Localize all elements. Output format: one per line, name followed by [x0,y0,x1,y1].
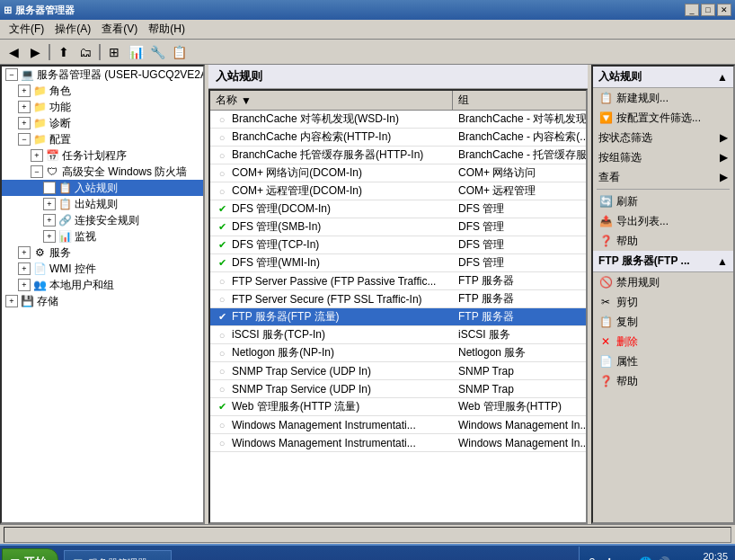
tree-expand-task[interactable]: + [31,149,43,162]
tree-item-fw[interactable]: −🛡高级安全 Windows 防火墙 [2,164,203,180]
tree-expand-monitor[interactable]: + [43,230,56,243]
tree-scroll[interactable]: −💻服务器管理器 (USER-UGCQ2VE2AO+📁角色+📁功能+📁诊断−📁配… [2,67,203,522]
tree-expand-outbound[interactable]: + [43,198,56,210]
table-row[interactable]: ○ Windows Management Instrumentati... Wi… [210,416,586,434]
tray-icon-volume[interactable]: 🔊 [657,556,671,560]
action-item-1[interactable]: 🔽按配置文件筛选... [593,108,733,128]
minimize-button[interactable]: _ [685,4,699,16]
tree-expand-roles[interactable]: + [18,84,31,97]
tree-item-wmi[interactable]: +📄WMI 控件 [2,261,203,277]
tray-icon-question[interactable]: ? [585,556,599,560]
table-row[interactable]: ✔ DFS 管理(SMB-In) DFS 管理 [210,218,586,236]
action-icon3-2: 📋 [598,315,613,329]
tree-item-root[interactable]: −💻服务器管理器 (USER-UGCQ2VE2AO [2,67,203,83]
tree-item-inbound[interactable]: +📋入站规则 [2,180,203,196]
tree-expand-connect[interactable]: + [43,214,56,227]
tree-label-config: 配置 [49,132,71,147]
toolbar-btn-5[interactable]: 📋 [169,42,189,62]
tree-expand-fw[interactable]: − [31,165,43,178]
table-row[interactable]: ○ FTP Server Passive (FTP Passive Traffi… [210,272,586,290]
table-row[interactable]: ○ BranchCache 对等机发现(WSD-In) BranchCache … [210,111,586,129]
tree-item-storage[interactable]: +💾存储 [2,293,203,309]
table-row[interactable]: ○ SNMP Trap Service (UDP In) SNMP Trap [210,380,586,398]
tree-item-task[interactable]: +📅任务计划程序 [2,147,203,164]
start-button[interactable]: ⊞ 开始 [2,548,58,560]
tree-item-localusers[interactable]: +👥本地用户和组 [2,277,203,293]
table-row[interactable]: ○ SNMP Trap Service (UDP In) SNMP Trap [210,362,586,380]
show-hide-button[interactable]: 🗂 [75,42,95,62]
action-item-2[interactable]: 按状态筛选▶ [593,128,733,147]
table-row[interactable]: ○ COM+ 远程管理(DCOM-In) COM+ 远程管理 [210,182,586,200]
main-container: −💻服务器管理器 (USER-UGCQ2VE2AO+📁角色+📁功能+📁诊断−📁配… [0,65,735,524]
table-row[interactable]: ○ COM+ 网络访问(DCOM-In) COM+ 网络访问 [210,164,586,182]
close-button[interactable]: ✕ [717,4,731,16]
tree-item-monitor[interactable]: +📊监视 [2,228,203,244]
tree-item-roles[interactable]: +📁角色 [2,83,203,99]
tree-expand-diag[interactable]: + [18,117,31,129]
action-item-0[interactable]: 📋新建规则... [593,88,733,108]
tree-expand-root[interactable]: − [5,68,18,81]
action-item2-1[interactable]: 📤导出列表... [593,211,733,231]
taskbar-item-0[interactable]: 💻服务器管理器 [64,550,172,560]
tree-expand-wmi[interactable]: + [18,262,31,275]
rule-status-icon-9: ○ [216,275,228,288]
action-item2-0[interactable]: 🔄刷新 [593,191,733,211]
cell-name-7: ✔ DFS 管理(TCP-In) [210,236,453,253]
tray-icon-network[interactable]: 🌐 [639,556,653,560]
menu-view[interactable]: 查看(V) [96,20,143,39]
action-item3-1[interactable]: ✂剪切 [593,292,733,312]
table-row[interactable]: ✔ FTP 服务器(FTP 流量) FTP 服务器 [210,308,586,326]
action-item3-5[interactable]: ❓帮助 [593,371,733,391]
cell-name-4: ○ COM+ 远程管理(DCOM-In) [210,182,453,200]
tree-item-diag[interactable]: +📁诊断 [2,115,203,131]
table-row[interactable]: ○ FTP Server Secure (FTP SSL Traffic-In)… [210,290,586,308]
table-row[interactable]: ○ Windows Management Instrumentati... Wi… [210,434,586,452]
action-item3-0[interactable]: 🚫禁用规则 [593,272,733,292]
col-header-group[interactable]: 组 [453,91,588,110]
table-row[interactable]: ✔ Web 管理服务(HTTP 流量) Web 管理服务(HTTP) [210,398,586,416]
tree-item-services[interactable]: +⚙服务 [2,244,203,261]
tree-expand-config[interactable]: − [18,133,31,146]
menu-action[interactable]: 操作(A) [49,20,96,39]
action-item3-4[interactable]: 📄属性 [593,351,733,371]
panel-header: 入站规则 [208,65,588,89]
action-item3-3[interactable]: ✕删除 [593,332,733,351]
table-row[interactable]: ✔ DFS 管理(WMI-In) DFS 管理 [210,254,586,272]
action-item2-2[interactable]: ❓帮助 [593,231,733,251]
tree-expand-localusers[interactable]: + [18,279,31,291]
collapse-icon[interactable]: ▲ [717,71,728,84]
back-button[interactable]: ◀ [4,42,23,62]
toolbar-btn-4[interactable]: 🔧 [147,42,167,62]
table-row[interactable]: ○ BranchCache 内容检索(HTTP-In) BranchCache … [210,129,586,147]
action-icon-0: 📋 [598,91,613,105]
tree-expand-storage[interactable]: + [5,295,18,307]
table-row[interactable]: ○ BranchCache 托管缓存服务器(HTTP-In) BranchCac… [210,147,586,164]
rule-status-icon-0: ○ [216,113,228,126]
tray-icon-arrow[interactable]: ▲ [621,556,635,560]
tray-icon-info[interactable]: ℹ [603,556,617,560]
tree-expand-features[interactable]: + [18,101,31,113]
table-row[interactable]: ✔ DFS 管理(TCP-In) DFS 管理 [210,236,586,254]
menu-help[interactable]: 帮助(H) [143,20,190,39]
table-row[interactable]: ○ iSCSI 服务(TCP-In) iSCSI 服务 [210,326,586,344]
action-label-1: 按配置文件筛选... [616,111,701,126]
up-button[interactable]: ⬆ [54,42,74,62]
tree-item-outbound[interactable]: +📋出站规则 [2,196,203,212]
table-row[interactable]: ✔ DFS 管理(DCOM-In) DFS 管理 [210,200,586,218]
action-item-3[interactable]: 按组筛选▶ [593,147,733,167]
col-header-name[interactable]: 名称 ▼ [210,91,453,110]
tree-item-connect[interactable]: +🔗连接安全规则 [2,212,203,228]
forward-button[interactable]: ▶ [25,42,45,62]
table-row[interactable]: ○ Netlogon 服务(NP-In) Netlogon 服务 [210,344,586,362]
menu-file[interactable]: 文件(F) [4,20,49,39]
tree-item-features[interactable]: +📁功能 [2,99,203,115]
tree-expand-services[interactable]: + [18,246,31,259]
tree-expand-inbound[interactable]: + [43,182,56,194]
action-view-submenu[interactable]: 查看▶ [593,167,733,187]
maximize-button[interactable]: □ [701,4,715,16]
toolbar-btn-3[interactable]: 📊 [126,42,146,62]
action-item3-2[interactable]: 📋复制 [593,312,733,332]
tree-item-config[interactable]: −📁配置 [2,131,203,147]
collapse-ftp-icon[interactable]: ▲ [717,255,728,268]
expand-button[interactable]: ⊞ [104,42,124,62]
